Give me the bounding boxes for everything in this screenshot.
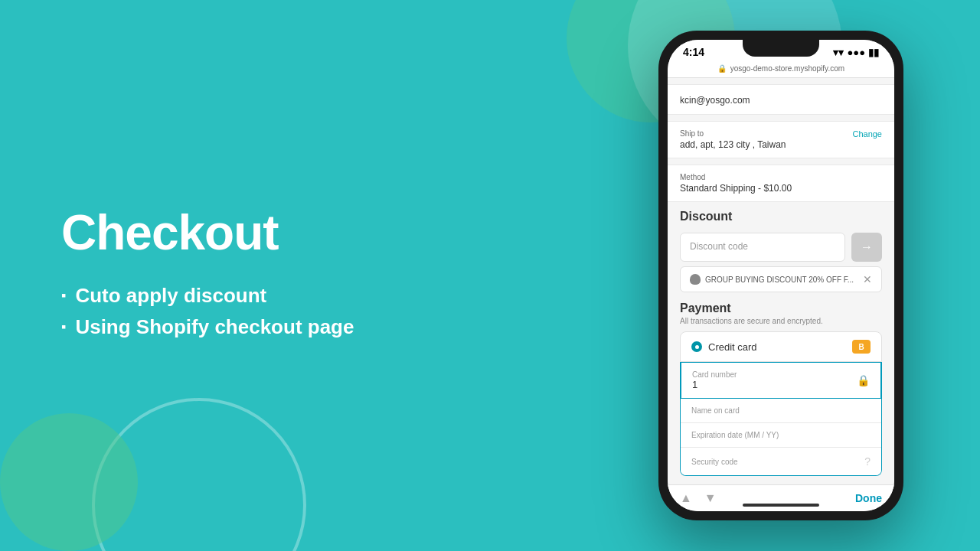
ship-to-value: add, apt, 123 city , Taiwan (680, 139, 786, 150)
status-time: 4:14 (683, 46, 704, 58)
security-code-field[interactable]: Security code ? (681, 448, 881, 475)
expiration-field[interactable]: Expiration date (MM / YY) (681, 423, 881, 448)
bg-circle-green-left (0, 413, 138, 551)
name-on-card-field[interactable]: Name on card (681, 399, 881, 423)
phone-body: 4:14 ▾▾ ●●● ▮▮ 🔒 yosgo-demo-store.myshop… (658, 31, 903, 520)
card-brand-badge: B (852, 340, 871, 354)
phone-screen: 4:14 ▾▾ ●●● ▮▮ 🔒 yosgo-demo-store.myshop… (668, 40, 894, 511)
credit-card-label: Credit card (708, 341, 757, 353)
discount-placeholder: Discount code (690, 241, 748, 252)
close-icon[interactable]: ✕ (863, 273, 872, 285)
nav-up-arrow[interactable]: ▲ (680, 491, 692, 505)
email-section: kcin@yosgo.com (668, 84, 894, 115)
signal-icon: ●●● (847, 47, 865, 58)
ship-to-label: Ship to (680, 129, 786, 138)
method-section: Method Standard Shipping - $10.00 (668, 165, 894, 202)
done-button[interactable]: Done (855, 492, 882, 504)
discount-code-input[interactable]: Discount code (680, 233, 845, 262)
lock-field-icon: 🔒 (857, 374, 870, 386)
payment-title: Payment (680, 302, 882, 315)
help-icon: ? (864, 455, 871, 468)
ship-to-section: Ship to add, apt, 123 city , Taiwan Chan… (668, 121, 894, 158)
name-on-card-label: Name on card (691, 406, 740, 415)
discount-input-row: Discount code → (668, 228, 894, 266)
battery-icon: ▮▮ (868, 47, 879, 58)
change-link[interactable]: Change (852, 129, 882, 139)
payment-section: Payment All transactions are secure and … (668, 297, 894, 481)
url-text: yosgo-demo-store.myshopify.com (730, 64, 844, 73)
home-indicator (743, 504, 819, 507)
expiration-label: Expiration date (MM / YY) (691, 431, 779, 439)
card-number-field-content: Card number 1 (692, 370, 737, 390)
wifi-icon: ▾▾ (833, 47, 844, 58)
email-value: kcin@yosgo.com (680, 95, 750, 106)
card-number-field[interactable]: Card number 1 🔒 (680, 362, 882, 399)
lock-icon: 🔒 (717, 64, 727, 73)
credit-card-left: Credit card (691, 341, 757, 353)
shield-icon (690, 274, 701, 285)
method-value: Standard Shipping - $10.00 (680, 183, 882, 194)
feature-item-2: Using Shopify checkout page (61, 315, 354, 339)
discount-apply-button[interactable]: → (851, 233, 882, 262)
page-heading: Checkout (61, 204, 354, 261)
phone-notch (743, 40, 819, 57)
discount-applied-badge: GROUP BUYING DISCOUNT 20% OFF F... ✕ (680, 266, 882, 292)
security-code-label: Security code (691, 458, 738, 466)
status-icons: ▾▾ ●●● ▮▮ (833, 47, 879, 58)
left-content: Checkout Cuto apply discount Using Shopi… (61, 204, 354, 347)
ship-to-row: Ship to add, apt, 123 city , Taiwan Chan… (680, 129, 882, 150)
feature-item-1: Cuto apply discount (61, 284, 354, 308)
ship-to-info: Ship to add, apt, 123 city , Taiwan (680, 129, 786, 150)
nav-arrows: ▲ ▼ (680, 491, 717, 505)
features-list: Cuto apply discount Using Shopify checko… (61, 284, 354, 339)
discount-applied-text: GROUP BUYING DISCOUNT 20% OFF F... (705, 276, 854, 284)
card-number-value: 1 (692, 379, 737, 390)
discount-applied-left: GROUP BUYING DISCOUNT 20% OFF F... (690, 274, 854, 285)
payment-subtitle: All transactions are secure and encrypte… (680, 317, 882, 325)
card-fields: Card number 1 🔒 Name on card Expiration … (680, 362, 882, 476)
bottom-bar: ▲ ▼ Done (668, 484, 894, 511)
credit-card-header: Credit card B (680, 331, 882, 362)
nav-down-arrow[interactable]: ▼ (704, 491, 717, 505)
credit-card-radio[interactable] (691, 341, 702, 352)
scroll-content: kcin@yosgo.com Ship to add, apt, 123 cit… (668, 78, 894, 496)
discount-title: Discount (668, 202, 894, 228)
phone-mockup: 4:14 ▾▾ ●●● ▮▮ 🔒 yosgo-demo-store.myshop… (658, 31, 903, 520)
browser-bar: 🔒 yosgo-demo-store.myshopify.com (668, 61, 894, 78)
card-number-label: Card number (692, 370, 737, 379)
method-label: Method (680, 173, 882, 181)
